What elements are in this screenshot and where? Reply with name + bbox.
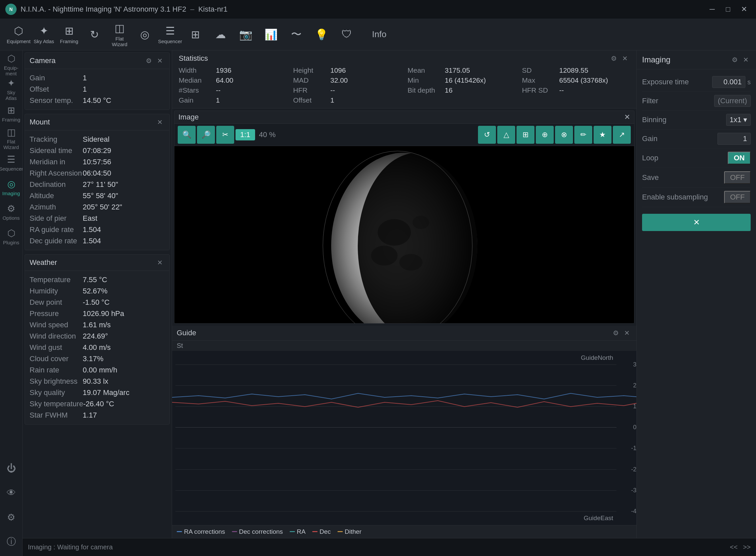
minimize-button[interactable]: ─ bbox=[705, 3, 719, 16]
toolbar-equipment[interactable]: ⬡ Equipment bbox=[7, 23, 31, 46]
grid-view-button[interactable]: ⊞ bbox=[517, 126, 534, 144]
options-sidebar-icon: ⚙ bbox=[7, 203, 15, 214]
status-nav-prev: << bbox=[730, 544, 737, 551]
sidebar-item-imaging[interactable]: ◎ Imaging bbox=[1, 176, 21, 199]
nav-next-button[interactable]: >> bbox=[743, 544, 751, 551]
app-instance: Kista-nr1 bbox=[198, 5, 228, 13]
toolbar-cloud[interactable]: ☁ bbox=[208, 23, 232, 46]
sidebar-item-options[interactable]: ⚙ Options bbox=[1, 201, 21, 224]
sequencer-sidebar-label: Sequencer bbox=[0, 166, 23, 172]
zoom-in-button[interactable]: 🔍 bbox=[178, 126, 196, 144]
imaging-subsampling-label: Enable subsampling bbox=[642, 193, 708, 202]
maximize-button[interactable]: □ bbox=[721, 3, 735, 16]
star-btn[interactable]: ★ bbox=[594, 126, 612, 144]
camera-settings-btn[interactable]: ⚙ bbox=[144, 56, 154, 65]
camera-close-btn[interactable]: ✕ bbox=[155, 56, 165, 65]
image-panel-close[interactable]: ✕ bbox=[624, 113, 630, 121]
statistics-settings-btn[interactable]: ⚙ bbox=[609, 54, 619, 63]
sidebar-item-framing[interactable]: ⊞ Framing bbox=[1, 102, 21, 126]
guide-settings-btn[interactable]: ⚙ bbox=[611, 328, 621, 338]
imaging-filter-label: Filter bbox=[642, 97, 658, 105]
arrow-btn[interactable]: ↗ bbox=[613, 126, 631, 144]
sidebar-eye[interactable]: 👁 bbox=[1, 481, 21, 504]
imaging-save-toggle[interactable]: OFF bbox=[724, 171, 751, 184]
mount-close-btn[interactable]: ✕ bbox=[155, 117, 165, 127]
legend-ra-corrections: RA corrections bbox=[177, 528, 225, 535]
toolbar-shield[interactable]: 🛡 bbox=[335, 23, 359, 46]
mount-altitude-value: 55° 58' 40" bbox=[83, 192, 118, 200]
zoom-11-button[interactable]: 1:1 bbox=[235, 129, 255, 140]
weather-skybrightness-row: Sky brightness 90.33 lx bbox=[30, 376, 165, 387]
info-button[interactable]: Info bbox=[367, 27, 392, 42]
weather-starfwhm-value: 1.17 bbox=[83, 411, 97, 420]
stat-mean-label: Mean bbox=[407, 66, 441, 74]
weather-starfwhm-label: Star FWHM bbox=[30, 411, 83, 420]
sidebar-item-skyatlas[interactable]: ✦ Sky Atlas bbox=[1, 78, 21, 101]
weather-windspeed-value: 1.61 m/s bbox=[83, 321, 110, 329]
stat-median: Median 64.00 bbox=[179, 76, 287, 85]
stat-bitdepth: Bit depth 16 bbox=[407, 85, 516, 95]
crosshair2-btn[interactable]: ⊗ bbox=[555, 126, 573, 144]
imaging-panel-title: Imaging bbox=[642, 55, 670, 64]
imaging-binning-select[interactable]: 1x1 ▾ bbox=[726, 114, 751, 126]
weather-close-btn[interactable]: ✕ bbox=[155, 258, 165, 267]
imaging-settings-btn[interactable]: ⚙ bbox=[730, 55, 740, 64]
crosshair-button[interactable]: ✂ bbox=[216, 126, 234, 144]
imaging-exposure-input[interactable] bbox=[712, 76, 745, 88]
rotate-button[interactable]: ↺ bbox=[478, 126, 496, 144]
sidebar-info[interactable]: ⓘ bbox=[1, 530, 21, 553]
statistics-close-btn[interactable]: ✕ bbox=[620, 54, 630, 63]
imaging-cancel-button[interactable]: ✕ bbox=[642, 214, 751, 231]
statistics-panel: Statistics ⚙ ✕ Width 1936 Height bbox=[172, 50, 636, 109]
imaging-gain-input[interactable] bbox=[718, 133, 751, 145]
guide-panel-title: Guide bbox=[177, 328, 196, 337]
sidebar-power[interactable]: ⏻ bbox=[1, 456, 21, 480]
imaging-subsampling-toggle[interactable]: OFF bbox=[724, 191, 751, 204]
sequencer-icon: ☰ bbox=[165, 25, 175, 37]
toolbar-target[interactable]: ◎ bbox=[133, 23, 157, 46]
sidebar-settings[interactable]: ⚙ bbox=[1, 506, 21, 529]
toolbar-refresh[interactable]: ↻ bbox=[83, 23, 106, 46]
titlebar-controls: ─ □ ✕ bbox=[705, 3, 751, 16]
close-button[interactable]: ✕ bbox=[737, 3, 751, 16]
guide-close-btn[interactable]: ✕ bbox=[622, 328, 632, 338]
camera-sensor-row: Sensor temp. 14.50 °C bbox=[30, 95, 165, 106]
guide-chart-svg bbox=[172, 351, 636, 525]
camera-gain-value: 1 bbox=[83, 74, 87, 82]
mount-azimuth-row: Azimuth 205° 50' 22" bbox=[30, 202, 165, 213]
statistics-grid: Width 1936 Height 1096 Mean 3175.05 SD bbox=[179, 66, 630, 105]
toolbar-grid[interactable]: ⊞ bbox=[183, 23, 207, 46]
stat-hfrsd-value: -- bbox=[559, 86, 564, 94]
mount-tracking-label: Tracking bbox=[30, 135, 83, 144]
mount-ra-label: Right Ascension bbox=[30, 169, 83, 178]
pencil-btn[interactable]: ✏ bbox=[574, 126, 592, 144]
binning-chevron-icon: ▾ bbox=[744, 115, 747, 124]
toolbar-camera2[interactable]: 📷 bbox=[234, 23, 258, 46]
toolbar-framing[interactable]: ⊞ Framing bbox=[57, 23, 81, 46]
target-btn[interactable]: ⊕ bbox=[536, 126, 554, 144]
weather-windspeed-row: Wind speed 1.61 m/s bbox=[30, 319, 165, 331]
sidebar-item-plugins[interactable]: ⬡ Plugins bbox=[1, 225, 21, 248]
toolbar-skyatlas[interactable]: ✦ Sky Atlas bbox=[32, 23, 56, 46]
stat-bitdepth-value: 16 bbox=[445, 86, 452, 94]
toolbar-sequencer[interactable]: ☰ Sequencer bbox=[158, 23, 182, 46]
nav-prev-button[interactable]: << bbox=[730, 544, 737, 551]
imaging-loop-toggle[interactable]: ON bbox=[728, 152, 751, 164]
weather-winddir-value: 224.69° bbox=[83, 332, 108, 341]
sidebar-item-equipment[interactable]: ⬡ Equip­ment bbox=[1, 53, 21, 76]
toolbar-lightbulb[interactable]: 💡 bbox=[309, 23, 333, 46]
zoom-percent: 40 % bbox=[256, 131, 278, 139]
grid-view-icon: ⊞ bbox=[523, 131, 528, 139]
toolbar-wave[interactable]: 〜 bbox=[284, 23, 308, 46]
sidebar-item-flatwizard[interactable]: ◫ Flat Wizard bbox=[1, 127, 21, 150]
sidebar-item-sequencer[interactable]: ☰ Sequencer bbox=[1, 151, 21, 175]
toolbar-flatwizard[interactable]: ◫ Flat Wizard bbox=[108, 23, 132, 46]
image-canvas[interactable] bbox=[174, 146, 634, 324]
flip-button[interactable]: △ bbox=[497, 126, 515, 144]
guide-panel-header: Guide ⚙ ✕ bbox=[172, 326, 636, 341]
zoom-out-button[interactable]: 🔎 bbox=[197, 126, 215, 144]
mount-panel: Mount ✕ Tracking Sidereal Sidereal time … bbox=[25, 114, 170, 250]
stat-min-label: Min bbox=[407, 76, 441, 84]
imaging-close-btn[interactable]: ✕ bbox=[741, 55, 751, 64]
toolbar-chart[interactable]: 📊 bbox=[259, 23, 283, 46]
